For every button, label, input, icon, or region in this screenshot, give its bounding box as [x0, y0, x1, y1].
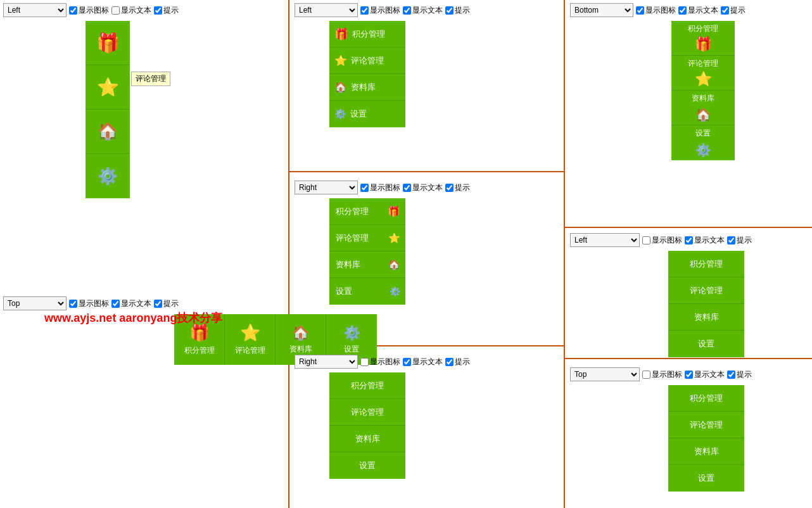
- cb-tip-p3[interactable]: 提示: [721, 5, 745, 16]
- cb-icon-p8[interactable]: 显示图标: [642, 369, 682, 380]
- item-label: 资料库: [355, 433, 380, 445]
- cb-text-p5[interactable]: 显示文本: [685, 235, 725, 246]
- list-item[interactable]: 积分管理: [668, 385, 744, 412]
- gear-icon: ⚙️: [343, 325, 360, 341]
- item-label: 设置: [698, 338, 714, 350]
- panel-3: Bottom 显示图标 显示文本 提示 积分管理 🎁 评论管理 ⭐ 资料库 🏠 …: [570, 3, 745, 160]
- gear-icon: ⚙️: [98, 167, 118, 186]
- cb-text-p7[interactable]: 显示文本: [403, 357, 443, 367]
- gear-icon: ⚙️: [695, 143, 711, 158]
- item-label: 积分管理: [352, 29, 385, 40]
- dropdown-p7[interactable]: Right: [295, 355, 358, 369]
- cb-icon-p7[interactable]: 显示图标: [360, 357, 400, 367]
- item-label: 设置: [344, 344, 359, 355]
- item-label: 设置: [359, 460, 376, 471]
- star-icon: ⭐: [388, 232, 400, 244]
- list-item[interactable]: ⭐ 评论管理: [86, 65, 130, 110]
- item-label: 积分管理: [336, 206, 369, 217]
- list-item[interactable]: ⚙️ 设置: [329, 101, 405, 127]
- list-item[interactable]: 评论管理 ⭐: [671, 56, 735, 91]
- list-item[interactable]: 积分管理: [329, 372, 405, 399]
- item-label: 积分管理: [184, 345, 215, 356]
- list-item[interactable]: 🏠: [86, 110, 130, 154]
- panel-2: Left 显示图标 显示文本 提示 🎁 积分管理 ⭐ 评论管理 🏠 资料库 ⚙️…: [295, 3, 470, 127]
- home-icon: 🏠: [292, 325, 309, 341]
- cb-icon-p6[interactable]: 显示图标: [69, 298, 109, 309]
- home-icon: 🏠: [388, 259, 400, 270]
- panel-8: Top 显示图标 显示文本 提示 积分管理 评论管理 资料库 设置: [570, 367, 752, 492]
- dropdown-p8[interactable]: Top: [570, 367, 640, 381]
- dropdown-p6[interactable]: Top: [3, 296, 67, 310]
- menu-p8: 积分管理 评论管理 资料库 设置: [668, 385, 744, 492]
- item-label: 积分管理: [690, 258, 723, 270]
- cb-icon-p1[interactable]: 显示图标: [69, 5, 109, 16]
- home-icon: 🏠: [334, 81, 347, 93]
- hdivider-mid-left: [288, 171, 564, 172]
- cb-tip-p4[interactable]: 提示: [445, 182, 470, 193]
- list-item[interactable]: ⭐ 评论管理: [329, 48, 405, 74]
- vertical-divider-1: [288, 0, 289, 508]
- menu-p7: 积分管理 评论管理 资料库 设置: [329, 372, 405, 479]
- cb-icon-p2[interactable]: 显示图标: [360, 5, 400, 16]
- item-label: 评论管理: [336, 232, 369, 244]
- dropdown-p5[interactable]: Left: [570, 233, 640, 247]
- list-item[interactable]: 资料库 🏠: [671, 91, 735, 125]
- list-item[interactable]: 资料库: [329, 426, 405, 452]
- cb-text-p2[interactable]: 显示文本: [403, 5, 443, 16]
- list-item[interactable]: ⚙️: [86, 154, 130, 198]
- dropdown-p2[interactable]: Left: [295, 3, 358, 17]
- cb-icon-p3[interactable]: 显示图标: [636, 5, 676, 16]
- list-item[interactable]: 资料库: [668, 438, 744, 465]
- list-item[interactable]: 评论管理: [329, 399, 405, 426]
- cb-tip-p7[interactable]: 提示: [445, 357, 470, 367]
- item-label: 积分管理: [351, 380, 384, 391]
- cb-tip-p5[interactable]: 提示: [727, 235, 752, 246]
- list-item[interactable]: 🏠 资料库: [329, 74, 405, 101]
- cb-tip-p1[interactable]: 提示: [154, 5, 179, 16]
- dropdown-p3[interactable]: Bottom: [570, 3, 633, 17]
- list-item[interactable]: 设置: [329, 452, 405, 479]
- cb-tip-p2[interactable]: 提示: [445, 5, 470, 16]
- list-item[interactable]: 🎁: [86, 21, 130, 65]
- list-item[interactable]: 积分管理 🎁: [329, 198, 405, 225]
- item-label: 设置: [698, 473, 714, 484]
- list-item[interactable]: 积分管理 🎁: [671, 21, 735, 56]
- cb-icon-p5[interactable]: 显示图标: [642, 235, 682, 246]
- item-label: 积分管理: [688, 23, 718, 34]
- item-label: 评论管理: [688, 58, 718, 69]
- vertical-divider-2: [564, 0, 565, 508]
- cb-icon-p4[interactable]: 显示图标: [360, 182, 400, 193]
- cb-text-p4[interactable]: 显示文本: [403, 182, 443, 193]
- cb-text-p6[interactable]: 显示文本: [111, 298, 151, 309]
- gear-icon: ⚙️: [390, 286, 400, 296]
- home-icon: 🏠: [695, 107, 711, 122]
- list-item[interactable]: 积分管理: [668, 251, 744, 277]
- list-item[interactable]: 评论管理 ⭐: [329, 225, 405, 251]
- item-label: 资料库: [694, 446, 719, 457]
- item-label: 设置: [336, 286, 352, 297]
- item-label: 评论管理: [351, 55, 384, 67]
- cb-text-p8[interactable]: 显示文本: [685, 369, 725, 380]
- list-item[interactable]: ⭐ 评论管理: [225, 314, 276, 365]
- menu-p5: 积分管理 评论管理 资料库 设置: [668, 251, 744, 357]
- list-item[interactable]: 设置 ⚙️: [671, 125, 735, 160]
- cb-tip-p8[interactable]: 提示: [727, 369, 752, 380]
- list-item[interactable]: 资料库: [668, 304, 744, 331]
- list-item[interactable]: 设置: [668, 331, 744, 357]
- cb-text-p3[interactable]: 显示文本: [678, 5, 718, 16]
- item-label: 资料库: [692, 93, 714, 104]
- item-label: 评论管理: [351, 407, 384, 418]
- panel-7: Right 显示图标 显示文本 提示 积分管理 评论管理 资料库 设置: [295, 355, 470, 479]
- dropdown-p1[interactable]: Left: [3, 3, 67, 17]
- list-item[interactable]: 资料库 🏠: [329, 251, 405, 278]
- panel-4: Right 显示图标 显示文本 提示 积分管理 🎁 评论管理 ⭐ 资料库 🏠 设…: [295, 181, 470, 305]
- gift-icon: 🎁: [695, 36, 712, 53]
- item-label: 评论管理: [690, 285, 723, 296]
- cb-tip-p6[interactable]: 提示: [154, 298, 179, 309]
- list-item[interactable]: 评论管理: [668, 277, 744, 304]
- list-item[interactable]: 🎁 积分管理: [329, 21, 405, 48]
- list-item[interactable]: 评论管理: [668, 412, 744, 438]
- list-item[interactable]: 设置: [668, 465, 744, 492]
- dropdown-p4[interactable]: Right: [295, 181, 358, 194]
- cb-text-p1[interactable]: 显示文本: [111, 5, 151, 16]
